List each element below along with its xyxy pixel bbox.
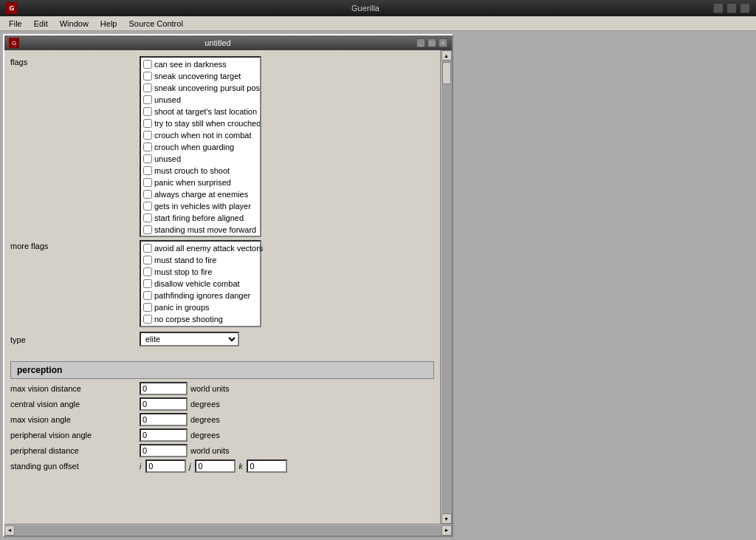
more-flags-item-6[interactable]: no corpse shooting bbox=[142, 313, 259, 325]
gun-coord-i-label: i bbox=[140, 462, 141, 471]
menu-source-control[interactable]: Source Control bbox=[123, 18, 188, 30]
app-window: G Guerilla File Edit Window Help Source … bbox=[0, 0, 756, 540]
flags-item-12[interactable]: gets in vehicles with player bbox=[142, 200, 259, 212]
flags-item-6[interactable]: crouch when not in combat bbox=[142, 129, 259, 141]
menu-edit[interactable]: Edit bbox=[28, 18, 54, 30]
perception-input-2[interactable] bbox=[140, 413, 188, 426]
perception-input-3[interactable] bbox=[140, 428, 188, 442]
doc-controls: _ □ × bbox=[416, 38, 447, 47]
flags-checkbox-10[interactable] bbox=[143, 178, 152, 187]
perception-input-1[interactable] bbox=[140, 397, 188, 411]
flags-label: flags bbox=[10, 56, 140, 66]
flags-item-11[interactable]: always charge at enemies bbox=[142, 188, 259, 200]
flags-checkbox-1[interactable] bbox=[143, 72, 152, 81]
perception-field-row-0: max vision distanceworld units bbox=[10, 382, 434, 395]
flags-item-9[interactable]: must crouch to shoot bbox=[142, 165, 259, 177]
main-panel: flags can see in darknesssneak uncoverin… bbox=[4, 50, 440, 524]
perception-input-0[interactable] bbox=[140, 382, 188, 395]
flags-item-10[interactable]: panic when surprised bbox=[142, 177, 259, 188]
doc-maximize[interactable]: □ bbox=[427, 38, 436, 47]
perception-field-row-3: peripheral vision angledegrees bbox=[10, 428, 434, 442]
flags-checkbox-6[interactable] bbox=[143, 131, 152, 140]
more-flags-item-label-1: must stand to fire bbox=[154, 255, 216, 265]
flags-list[interactable]: can see in darknesssneak uncovering targ… bbox=[140, 56, 261, 237]
spacer bbox=[10, 352, 434, 357]
flags-item-15[interactable]: crouching must move forward bbox=[142, 236, 259, 237]
flags-checkbox-2[interactable] bbox=[143, 83, 152, 92]
perception-field-row-2: max vision angledegrees bbox=[10, 413, 434, 426]
more-flags-checkbox-2[interactable] bbox=[143, 267, 152, 276]
scroll-right-button[interactable]: ► bbox=[441, 525, 452, 536]
flags-item-4[interactable]: shoot at target's last location bbox=[142, 106, 259, 117]
more-flags-checkbox-3[interactable] bbox=[143, 279, 152, 288]
more-flags-item-4[interactable]: pathfinding ignores danger bbox=[142, 290, 259, 301]
perception-label-4: peripheral distance bbox=[10, 446, 140, 455]
scrollbar-horizontal[interactable]: ◄ ► bbox=[4, 524, 452, 536]
menu-help[interactable]: Help bbox=[94, 18, 123, 30]
more-flags-checkbox-5[interactable] bbox=[143, 303, 152, 312]
gun-input-j[interactable] bbox=[195, 459, 236, 473]
perception-label-1: central vision angle bbox=[10, 400, 140, 409]
flags-item-2[interactable]: sneak uncovering pursuit pos bbox=[142, 82, 259, 94]
flags-checkbox-14[interactable] bbox=[143, 225, 152, 234]
doc-close[interactable]: × bbox=[439, 38, 447, 47]
doc-minimize[interactable]: _ bbox=[416, 38, 425, 47]
more-flags-list[interactable]: avoid all enemy attack vectorsmust stand… bbox=[140, 240, 261, 327]
type-select[interactable]: elitenormalgruntmajor bbox=[140, 332, 239, 346]
perception-input-4[interactable] bbox=[140, 444, 188, 457]
flags-item-7[interactable]: crouch when guarding bbox=[142, 141, 259, 153]
flags-item-5[interactable]: try to stay still when crouched bbox=[142, 117, 259, 129]
more-flags-item-0[interactable]: avoid all enemy attack vectors bbox=[142, 242, 259, 254]
more-flags-item-label-4: pathfinding ignores danger bbox=[154, 290, 250, 301]
more-flags-item-3[interactable]: disallow vehicle combat bbox=[142, 278, 259, 290]
h-scroll-track[interactable] bbox=[15, 525, 441, 536]
flags-item-0[interactable]: can see in darkness bbox=[142, 58, 259, 70]
more-flags-item-5[interactable]: panic in groups bbox=[142, 301, 259, 313]
flags-checkbox-0[interactable] bbox=[143, 60, 152, 69]
flags-row: flags can see in darknesssneak uncoverin… bbox=[10, 56, 434, 237]
flags-checkbox-7[interactable] bbox=[143, 143, 152, 151]
gun-input-i[interactable] bbox=[145, 459, 186, 473]
more-flags-checkbox-4[interactable] bbox=[143, 291, 152, 300]
flags-item-3[interactable]: unused bbox=[142, 94, 259, 106]
maximize-button[interactable] bbox=[726, 3, 737, 13]
gun-input-k[interactable] bbox=[247, 459, 287, 473]
scroll-thumb[interactable] bbox=[442, 62, 451, 84]
flags-checkbox-8[interactable] bbox=[143, 154, 152, 163]
flags-item-1[interactable]: sneak uncovering target bbox=[142, 70, 259, 82]
scroll-down-button[interactable]: ▼ bbox=[441, 513, 452, 524]
flags-item-8[interactable]: unused bbox=[142, 153, 259, 165]
flags-checkbox-12[interactable] bbox=[143, 202, 152, 211]
flags-checkbox-5[interactable] bbox=[143, 119, 152, 128]
flags-checkbox-9[interactable] bbox=[143, 166, 152, 175]
more-flags-item-label-2: must stop to fire bbox=[154, 267, 212, 277]
menu-window[interactable]: Window bbox=[54, 18, 94, 30]
minimize-button[interactable] bbox=[713, 3, 724, 13]
right-panel bbox=[453, 34, 753, 537]
more-flags-item-2[interactable]: must stop to fire bbox=[142, 266, 259, 278]
more-flags-item-label-5: panic in groups bbox=[154, 302, 210, 312]
more-flags-checkbox-1[interactable] bbox=[143, 256, 152, 264]
more-flags-checkbox-0[interactable] bbox=[143, 244, 152, 253]
app-title: Guerilla bbox=[18, 4, 713, 13]
perception-fields: max vision distanceworld unitscentral vi… bbox=[10, 382, 434, 457]
perception-field-row-1: central vision angledegrees bbox=[10, 397, 434, 411]
type-label: type bbox=[10, 334, 140, 344]
flags-checkbox-3[interactable] bbox=[143, 95, 152, 104]
flags-item-14[interactable]: standing must move forward bbox=[142, 224, 259, 236]
close-button[interactable] bbox=[740, 3, 750, 13]
flags-checkbox-13[interactable] bbox=[143, 213, 152, 222]
scroll-track[interactable] bbox=[441, 61, 452, 513]
scroll-up-button[interactable]: ▲ bbox=[441, 50, 452, 61]
menu-file[interactable]: File bbox=[3, 18, 28, 30]
more-flags-item-1[interactable]: must stand to fire bbox=[142, 254, 259, 266]
flags-checkbox-11[interactable] bbox=[143, 190, 152, 199]
app-titlebar: G Guerilla bbox=[0, 0, 756, 16]
flags-checkbox-4[interactable] bbox=[143, 107, 152, 116]
more-flags-checkbox-6[interactable] bbox=[143, 315, 152, 324]
flags-item-label-2: sneak uncovering pursuit pos bbox=[154, 83, 260, 93]
flags-item-13[interactable]: start firing before aligned bbox=[142, 212, 259, 224]
scrollbar-vertical[interactable]: ▲ ▼ bbox=[440, 50, 452, 524]
scroll-left-button[interactable]: ◄ bbox=[4, 525, 15, 536]
perception-unit-4: world units bbox=[190, 446, 230, 455]
